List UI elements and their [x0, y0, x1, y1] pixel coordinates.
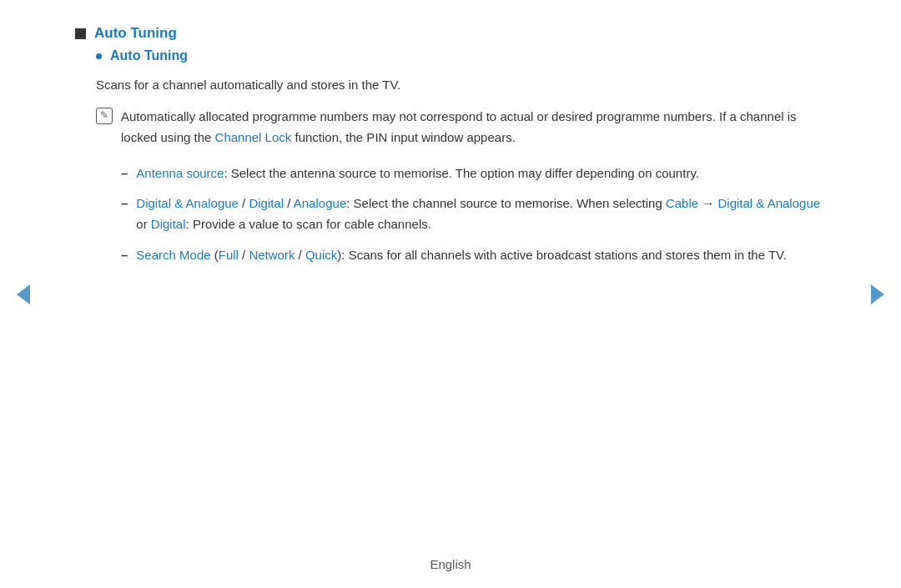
search-mode-link[interactable]: Search Mode	[136, 248, 210, 262]
note-icon: ✎	[96, 108, 113, 124]
dash-content-1: Antenna source: Select the antenna sourc…	[136, 163, 826, 184]
dash-item-digital: – Digital & Analogue / Digital / Analogu…	[121, 193, 826, 235]
content-area: Auto Tuning Auto Tuning Scans for a chan…	[0, 0, 901, 545]
intro-paragraph: Scans for a channel automatically and st…	[96, 75, 826, 95]
digital-analogue-link-2[interactable]: Digital & Analogue	[717, 196, 820, 210]
section-title: Auto Tuning	[94, 25, 177, 42]
dash-content-3: Search Mode (Full / Network / Quick): Sc…	[136, 245, 826, 266]
dash-symbol-1: –	[121, 163, 128, 184]
digital-link-2[interactable]: Digital	[151, 217, 186, 231]
footer: English	[0, 545, 901, 588]
arrow-text: →	[698, 196, 717, 210]
black-square-icon	[75, 28, 86, 39]
full-link[interactable]: Full	[219, 248, 239, 262]
search-text: ): Scans for all channels with active br…	[337, 248, 787, 262]
dash-symbol-2: –	[121, 193, 128, 235]
dash-item-antenna: – Antenna source: Select the antenna sou…	[121, 163, 826, 184]
sub-title: Auto Tuning	[110, 48, 188, 63]
sep-2: /	[284, 196, 294, 210]
network-link[interactable]: Network	[249, 248, 294, 262]
digital-link[interactable]: Digital	[249, 196, 284, 210]
bullet-dot-icon	[96, 53, 102, 59]
note-text: Automatically allocated programme number…	[121, 107, 826, 148]
dash-content-2: Digital & Analogue / Digital / Analogue:…	[136, 193, 826, 235]
digital-text-2: : Provide a value to scan for cable chan…	[186, 217, 431, 231]
footer-language: English	[430, 557, 471, 571]
page-container: Auto Tuning Auto Tuning Scans for a chan…	[0, 0, 901, 588]
section-heading: Auto Tuning	[75, 25, 826, 42]
or-text: or	[136, 217, 151, 231]
digital-text-1: : Select the channel source to memorise.…	[346, 196, 666, 210]
channel-lock-link[interactable]: Channel Lock	[215, 130, 292, 144]
dash-symbol-3: –	[121, 245, 128, 266]
cable-link[interactable]: Cable	[666, 196, 698, 210]
note-text-after: function, the PIN input window appears.	[291, 130, 516, 144]
search-paren-open: (	[211, 248, 219, 262]
dash-item-search: – Search Mode (Full / Network / Quick): …	[121, 245, 826, 266]
intro-text: Scans for a channel automatically and st…	[96, 78, 400, 92]
note-paragraph: ✎ Automatically allocated programme numb…	[96, 107, 826, 148]
digital-analogue-link[interactable]: Digital & Analogue	[136, 196, 239, 210]
dash-list: – Antenna source: Select the antenna sou…	[121, 163, 826, 266]
quick-link[interactable]: Quick	[305, 248, 337, 262]
search-sep-2: /	[294, 248, 305, 262]
antenna-text: : Select the antenna source to memorise.…	[224, 166, 699, 180]
sep-1: /	[239, 196, 249, 210]
antenna-source-link[interactable]: Antenna source	[136, 166, 224, 180]
analogue-link[interactable]: Analogue	[294, 196, 346, 210]
sub-heading: Auto Tuning	[96, 48, 826, 63]
search-sep-1: /	[239, 248, 249, 262]
